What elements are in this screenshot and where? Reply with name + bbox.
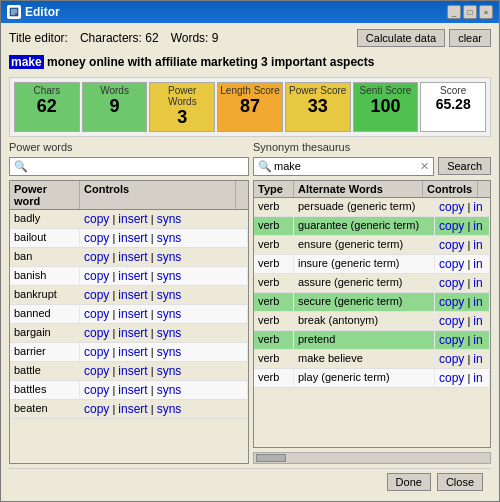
in-link[interactable]: in <box>473 276 482 290</box>
copy-link[interactable]: copy <box>439 333 464 347</box>
clear-button[interactable]: clear <box>449 29 491 47</box>
insert-link[interactable]: insert <box>118 288 147 302</box>
horizontal-scrollbar[interactable] <box>253 452 491 464</box>
in-link[interactable]: in <box>473 219 482 233</box>
title-bar-controls: _ □ × <box>447 5 493 19</box>
synonym-search-input[interactable] <box>274 160 418 172</box>
copy-link[interactable]: copy <box>84 307 109 321</box>
calculate-button[interactable]: Calculate data <box>357 29 445 47</box>
controls-cell: copy | insert | syns <box>80 210 248 228</box>
in-link[interactable]: in <box>473 333 482 347</box>
stat-words-value: 9 <box>110 96 120 118</box>
close-button-footer[interactable]: Close <box>437 473 483 491</box>
syns-link[interactable]: syns <box>157 212 182 226</box>
copy-link[interactable]: copy <box>84 326 109 340</box>
table-row: verb break (antonym) copy | in <box>254 312 490 331</box>
power-word-cell: bargain <box>10 324 80 342</box>
insert-link[interactable]: insert <box>118 307 147 321</box>
copy-link[interactable]: copy <box>84 383 109 397</box>
search-clear-button[interactable]: ✕ <box>420 160 429 173</box>
stat-senti-score-value: 100 <box>370 96 400 118</box>
syns-link[interactable]: syns <box>157 402 182 416</box>
copy-link[interactable]: copy <box>84 269 109 283</box>
controls-cell: copy | insert | syns <box>80 267 248 285</box>
in-link[interactable]: in <box>473 371 482 385</box>
minimize-button[interactable]: _ <box>447 5 461 19</box>
insert-link[interactable]: insert <box>118 383 147 397</box>
synonym-search-row: 🔍 ✕ Search <box>253 157 491 176</box>
copy-link[interactable]: copy <box>439 257 464 271</box>
copy-link[interactable]: copy <box>84 288 109 302</box>
copy-link[interactable]: copy <box>439 238 464 252</box>
close-button[interactable]: × <box>479 5 493 19</box>
stat-score-value: 65.28 <box>436 96 471 113</box>
syns-link[interactable]: syns <box>157 345 182 359</box>
power-word-cell: battles <box>10 381 80 399</box>
chars-count: Characters: 62 <box>80 31 159 45</box>
top-bar: Title editor: Characters: 62 Words: 9 Ca… <box>9 29 491 47</box>
syns-link[interactable]: syns <box>157 326 182 340</box>
syns-link[interactable]: syns <box>157 307 182 321</box>
syns-link[interactable]: syns <box>157 364 182 378</box>
title-text-middle: money online with affiliate marketing <box>44 55 261 69</box>
copy-link[interactable]: copy <box>84 231 109 245</box>
alt-words-cell: persuade (generic term) <box>294 198 435 216</box>
alt-words-cell: assure (generic term) <box>294 274 435 292</box>
copy-link[interactable]: copy <box>84 212 109 226</box>
controls-cell: copy | insert | syns <box>80 362 248 380</box>
insert-link[interactable]: insert <box>118 402 147 416</box>
power-words-search-input[interactable] <box>30 160 244 172</box>
type-cell: verb <box>254 236 294 254</box>
synonym-table-body[interactable]: verb persuade (generic term) copy | in v… <box>254 198 490 447</box>
scrollbar-thumb[interactable] <box>256 454 286 462</box>
copy-link[interactable]: copy <box>84 345 109 359</box>
table-row: verb persuade (generic term) copy | in <box>254 198 490 217</box>
syns-link[interactable]: syns <box>157 383 182 397</box>
syns-link[interactable]: syns <box>157 231 182 245</box>
syns-link[interactable]: syns <box>157 250 182 264</box>
copy-link[interactable]: copy <box>439 371 464 385</box>
stat-senti-score: Senti Score 100 <box>353 82 419 132</box>
in-link[interactable]: in <box>473 257 482 271</box>
copy-link[interactable]: copy <box>84 250 109 264</box>
alt-words-cell: play (generic term) <box>294 369 435 387</box>
in-link[interactable]: in <box>473 200 482 214</box>
copy-link[interactable]: copy <box>84 364 109 378</box>
in-link[interactable]: in <box>473 238 482 252</box>
copy-link[interactable]: copy <box>439 219 464 233</box>
table-row: banish copy | insert | syns <box>10 267 248 286</box>
copy-link[interactable]: copy <box>439 314 464 328</box>
controls-cell: copy | insert | syns <box>80 229 248 247</box>
synonym-thesaurus-label: Synonym thesaurus <box>253 141 491 153</box>
syns-link[interactable]: syns <box>157 288 182 302</box>
maximize-button[interactable]: □ <box>463 5 477 19</box>
insert-link[interactable]: insert <box>118 326 147 340</box>
copy-link[interactable]: copy <box>439 352 464 366</box>
syns-link[interactable]: syns <box>157 269 182 283</box>
power-words-table-body[interactable]: badly copy | insert | syns bailout copy … <box>10 210 248 463</box>
table-row: verb make believe copy | in <box>254 350 490 369</box>
insert-link[interactable]: insert <box>118 345 147 359</box>
insert-link[interactable]: insert <box>118 364 147 378</box>
insert-link[interactable]: insert <box>118 269 147 283</box>
copy-link[interactable]: copy <box>84 402 109 416</box>
table-row: verb play (generic term) copy | in <box>254 369 490 388</box>
copy-link[interactable]: copy <box>439 295 464 309</box>
window-title: Editor <box>25 5 60 19</box>
panels-row: Power words 🔍 Power word Controls badly <box>9 141 491 464</box>
copy-link[interactable]: copy <box>439 276 464 290</box>
in-link[interactable]: in <box>473 295 482 309</box>
insert-link[interactable]: insert <box>118 231 147 245</box>
type-cell: verb <box>254 217 294 235</box>
controls-cell: copy | insert | syns <box>80 343 248 361</box>
alt-words-cell: insure (generic term) <box>294 255 435 273</box>
insert-link[interactable]: insert <box>118 250 147 264</box>
search-button[interactable]: Search <box>438 157 491 175</box>
done-button[interactable]: Done <box>387 473 431 491</box>
in-link[interactable]: in <box>473 352 482 366</box>
stat-words-label: Words <box>100 85 129 96</box>
in-link[interactable]: in <box>473 314 482 328</box>
insert-link[interactable]: insert <box>118 212 147 226</box>
copy-link[interactable]: copy <box>439 200 464 214</box>
table-row: bankrupt copy | insert | syns <box>10 286 248 305</box>
